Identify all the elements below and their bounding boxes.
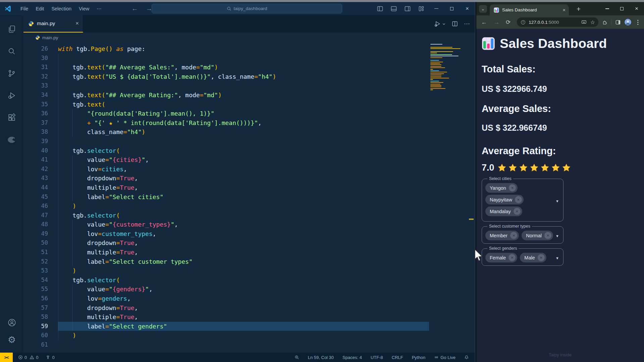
problems-warnings[interactable]: 0 — [30, 355, 38, 360]
address-bar[interactable]: 127.0.0.1:5000 ☆ — [517, 17, 598, 27]
back-arrow-icon[interactable]: ← — [131, 5, 138, 12]
menu-edit[interactable]: Edit — [33, 5, 47, 13]
cursor-position[interactable]: Ln 59, Col 30 — [308, 355, 334, 360]
browser-menu-kebab-icon[interactable]: ⋮ — [635, 19, 641, 26]
chip-remove-icon[interactable]: × — [514, 208, 521, 215]
zoom-indicator-icon[interactable] — [294, 355, 299, 360]
extensions-puzzle-icon[interactable] — [602, 19, 607, 25]
browser-forward-icon[interactable]: → — [493, 19, 499, 26]
tab-close-icon[interactable]: × — [75, 20, 79, 27]
browser-reload-icon[interactable]: ⟳ — [506, 19, 511, 26]
code-line-26[interactable]: 26with tgb.Page() as page: — [23, 44, 475, 54]
code-line-32[interactable]: 32tgb.text("US $ {data['Total'].mean()}"… — [23, 72, 475, 81]
source-control-icon[interactable] — [4, 65, 20, 81]
code-line-33[interactable]: 33 — [23, 81, 475, 90]
menu-selection[interactable]: Selection — [48, 5, 74, 13]
dropdown-caret-icon[interactable]: ▼ — [555, 256, 559, 260]
code-line-30[interactable]: 30 — [23, 54, 475, 63]
tab-main-py[interactable]: main.py × — [23, 15, 83, 33]
browser-back-icon[interactable]: ← — [481, 19, 487, 26]
chip-mandalay[interactable]: Mandalay× — [485, 206, 522, 216]
profile-avatar[interactable] — [625, 19, 631, 25]
dropdown-caret-icon[interactable]: ▼ — [555, 199, 559, 203]
chip-naypyitaw[interactable]: Naypyitaw× — [485, 195, 524, 204]
code-line-43[interactable]: 43dropdown=True, — [23, 174, 475, 183]
browser-maximize-button[interactable] — [614, 2, 629, 15]
close-button[interactable]: × — [460, 2, 475, 15]
selector-select-genders[interactable]: Select gendersFemale×Male×▼ — [482, 246, 564, 266]
bookmark-star-icon[interactable]: ☆ — [590, 19, 595, 25]
menu-[interactable]: ⋯ — [94, 5, 105, 13]
browser-tab[interactable]: Sales Dashboard × — [490, 4, 569, 15]
code-line-50[interactable]: 50dropdown=True, — [23, 238, 475, 248]
code-line-47[interactable]: 47tgb.selector( — [23, 211, 475, 220]
chip-remove-icon[interactable]: × — [508, 254, 516, 261]
code-line-55[interactable]: 55value="{genders}", — [23, 285, 475, 294]
remote-indicator[interactable]: >< — [0, 353, 13, 362]
side-panel-icon[interactable] — [615, 19, 621, 25]
code-line-39[interactable]: 39 — [23, 137, 475, 146]
chip-female[interactable]: Female× — [485, 253, 517, 262]
dropdown-caret-icon[interactable]: ▼ — [555, 234, 559, 238]
code-line-38[interactable]: 38class_name="h4") — [23, 127, 475, 137]
chip-remove-icon[interactable]: × — [509, 184, 516, 191]
menu-file[interactable]: File — [17, 5, 31, 13]
minimap[interactable] — [430, 44, 469, 93]
code-line-52[interactable]: 52label="Select customer types" — [23, 257, 475, 266]
new-tab-button[interactable]: + — [574, 5, 583, 13]
selector-select-cities[interactable]: Select citiesYangon×Naypyitaw×Mandalay×▼ — [482, 176, 564, 222]
code-line-46[interactable]: 46) — [23, 201, 475, 211]
eol-sequence[interactable]: CRLF — [392, 355, 403, 360]
chip-male[interactable]: Male× — [520, 253, 546, 262]
chip-remove-icon[interactable]: × — [538, 254, 545, 261]
run-python-file-icon[interactable] — [434, 20, 446, 27]
go-live[interactable]: Go Live — [434, 355, 455, 360]
code-line-31[interactable]: 31tgb.text("## Average Sales:", mode="md… — [23, 63, 475, 72]
code-line-35[interactable]: 35tgb.text( — [23, 100, 475, 109]
indentation[interactable]: Spaces: 4 — [342, 355, 362, 360]
command-center-search[interactable]: taipy_dashboard — [152, 4, 342, 13]
chip-member[interactable]: Member× — [485, 231, 519, 240]
extension-custom-icon[interactable] — [4, 132, 20, 148]
code-line-54[interactable]: 54tgb.selector( — [23, 276, 475, 285]
tab-search-chevron-icon[interactable]: ⌄ — [479, 5, 487, 13]
language-mode[interactable]: Python — [412, 355, 425, 360]
split-editor-icon[interactable] — [451, 20, 458, 27]
code-line-57[interactable]: 57dropdown=True, — [23, 303, 475, 313]
explorer-icon[interactable] — [4, 21, 20, 37]
install-app-icon[interactable] — [581, 19, 587, 25]
code-line-34[interactable]: 34tgb.text("## Average Rating:", mode="m… — [23, 90, 475, 100]
code-line-59[interactable]: 59label="Select genders" — [23, 322, 475, 331]
forwarded-ports[interactable]: 0 — [46, 355, 54, 360]
code-line-58[interactable]: 58multiple=True, — [23, 312, 475, 322]
selector-select-customer-types[interactable]: Select customer typesMember×Normal×▼ — [482, 224, 564, 244]
settings-gear-icon[interactable]: ⚙ — [4, 332, 20, 348]
more-actions-icon[interactable]: ⋯ — [464, 20, 470, 27]
toggle-panel-left-icon[interactable] — [377, 5, 383, 12]
menu-view[interactable]: View — [76, 5, 92, 13]
code-line-60[interactable]: 60) — [23, 331, 475, 340]
code-line-51[interactable]: 51multiple=True, — [23, 248, 475, 257]
chip-remove-icon[interactable]: × — [510, 232, 517, 239]
customize-layout-icon[interactable] — [418, 5, 425, 12]
search-sidebar-icon[interactable] — [4, 43, 20, 59]
code-line-36[interactable]: 36"{round(data['Rating'].mean(), 1)}" — [23, 109, 475, 118]
code-line-44[interactable]: 44multiple=True, — [23, 183, 475, 192]
chip-yangon[interactable]: Yangon× — [485, 183, 518, 193]
encoding[interactable]: UTF-8 — [371, 355, 383, 360]
toggle-panel-bottom-icon[interactable] — [390, 5, 397, 12]
browser-close-button[interactable]: × — [629, 2, 644, 15]
chip-remove-icon[interactable]: × — [515, 196, 522, 203]
chip-normal[interactable]: Normal× — [522, 231, 553, 240]
breadcrumb[interactable]: main.py — [23, 33, 475, 43]
code-line-61[interactable]: 61 — [23, 340, 475, 350]
problems-errors[interactable]: 0 — [18, 355, 27, 360]
code-line-53[interactable]: 53) — [23, 266, 475, 276]
code-line-49[interactable]: 49lov=customer_types, — [23, 229, 475, 239]
code-line-48[interactable]: 48value="{customer_types}", — [23, 220, 475, 229]
code-line-40[interactable]: 40tgb.selector( — [23, 146, 475, 156]
toggle-panel-right-icon[interactable] — [404, 5, 411, 12]
code-line-41[interactable]: 41value="{cities}", — [23, 155, 475, 165]
extensions-icon[interactable] — [4, 110, 20, 126]
minimize-button[interactable] — [429, 2, 444, 15]
